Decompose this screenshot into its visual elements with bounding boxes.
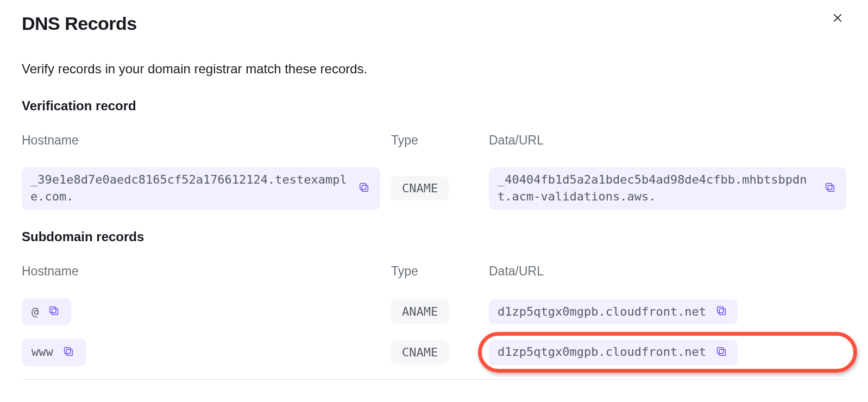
- subdomain-type-pill: ANAME: [391, 299, 449, 324]
- column-headers: Hostname Type Data/URL: [22, 264, 846, 279]
- verification-hostname-chip: _39e1e8d7e0aedc8165cf52a176612124.testex…: [22, 167, 380, 210]
- col-hostname-label: Hostname: [22, 264, 380, 279]
- verification-heading: Verification record: [22, 98, 846, 114]
- copy-icon: [824, 181, 836, 195]
- divider: [22, 379, 846, 380]
- svg-rect-11: [64, 348, 70, 354]
- copy-icon: [358, 181, 370, 195]
- subdomain-hostname-chip: www: [22, 338, 86, 366]
- copy-icon: [715, 346, 727, 359]
- subdomain-type-pill: CNAME: [391, 340, 449, 365]
- svg-rect-8: [719, 309, 725, 315]
- svg-rect-12: [719, 350, 725, 356]
- svg-rect-13: [718, 348, 724, 354]
- copy-icon: [48, 305, 60, 318]
- verification-data-chip: _40404fb1d5a2a1bdec5b4ad98de4cfbb.mhbtsb…: [489, 167, 846, 210]
- svg-rect-2: [362, 186, 368, 192]
- col-type-label: Type: [391, 133, 478, 148]
- svg-rect-10: [66, 350, 72, 356]
- subdomain-row: www CNAME d1zp5qtgx0mgpb.cloudfront.net: [22, 338, 846, 366]
- copy-icon: [715, 305, 727, 318]
- col-dataurl-label: Data/URL: [489, 133, 846, 148]
- svg-rect-6: [52, 309, 58, 315]
- dialog-title: DNS Records: [22, 13, 846, 34]
- subdomain-hostname-chip: @: [22, 298, 71, 326]
- close-icon: [832, 12, 843, 25]
- col-hostname-label: Hostname: [22, 133, 380, 148]
- svg-rect-5: [826, 184, 832, 190]
- subdomain-hostname-value: www: [32, 344, 53, 361]
- svg-rect-4: [828, 186, 834, 192]
- subdomain-data-value: d1zp5qtgx0mgpb.cloudfront.net: [498, 344, 706, 361]
- close-button[interactable]: [829, 10, 846, 27]
- column-headers: Hostname Type Data/URL: [22, 133, 846, 148]
- copy-subdomain-hostname-button[interactable]: [46, 304, 61, 319]
- dialog-subtitle: Verify records in your domain registrar …: [22, 61, 846, 77]
- copy-subdomain-data-button[interactable]: [714, 345, 729, 360]
- svg-rect-3: [360, 184, 366, 190]
- copy-verification-data-button[interactable]: [822, 181, 838, 196]
- subdomain-heading: Subdomain records: [22, 229, 846, 244]
- col-dataurl-label: Data/URL: [489, 264, 846, 279]
- subdomain-data-chip: d1zp5qtgx0mgpb.cloudfront.net: [489, 299, 738, 325]
- copy-subdomain-hostname-button[interactable]: [61, 345, 76, 360]
- svg-rect-9: [718, 307, 724, 313]
- subdomain-hostname-value: @: [32, 304, 39, 321]
- copy-icon: [62, 346, 74, 359]
- verification-row: _39e1e8d7e0aedc8165cf52a176612124.testex…: [22, 167, 846, 210]
- verification-data-value: _40404fb1d5a2a1bdec5b4ad98de4cfbb.mhbtsb…: [498, 172, 815, 205]
- subdomain-row: @ ANAME d1zp5qtgx0mgpb.cloudfront.net: [22, 298, 846, 326]
- copy-subdomain-data-button[interactable]: [714, 304, 729, 319]
- verification-type-pill: CNAME: [391, 176, 449, 200]
- verification-hostname-value: _39e1e8d7e0aedc8165cf52a176612124.testex…: [30, 172, 349, 205]
- col-type-label: Type: [391, 264, 478, 279]
- svg-rect-7: [50, 307, 56, 313]
- copy-verification-hostname-button[interactable]: [356, 181, 372, 196]
- subdomain-data-value: d1zp5qtgx0mgpb.cloudfront.net: [498, 304, 706, 321]
- subdomain-data-chip: d1zp5qtgx0mgpb.cloudfront.net: [489, 340, 738, 365]
